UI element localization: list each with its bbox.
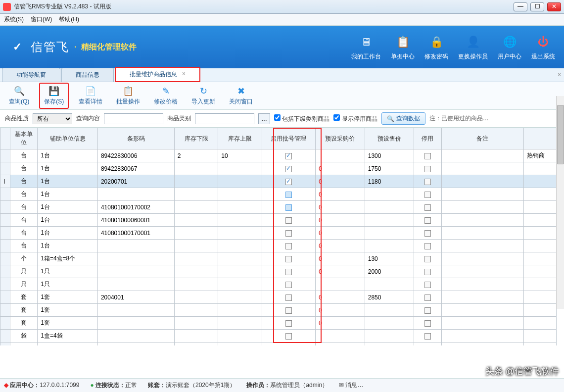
banner-nav-1[interactable]: 📋单据中心 [391,34,415,61]
cell-stock-high[interactable]: 10 [218,149,262,162]
cell-barcode[interactable]: 2004001 [97,291,174,304]
cell-extra[interactable] [523,343,556,346]
cell-extra[interactable] [523,227,556,240]
cell-extra[interactable] [523,201,556,214]
cell-batch-enable[interactable] [262,188,315,201]
cell-batch-enable[interactable] [262,317,315,330]
cell-stock-high[interactable] [218,227,262,240]
col-header[interactable]: 预设售价 [365,128,414,149]
cell-disabled[interactable] [414,227,441,240]
cell-aux-unit[interactable]: 1台 [38,175,98,188]
cell-stock-low[interactable] [174,265,218,278]
cell-disabled[interactable] [414,175,441,188]
cell-barcode[interactable] [97,278,174,291]
cell-aux-unit[interactable]: 1台 [38,240,98,252]
cell-disabled[interactable] [414,265,441,278]
col-header[interactable]: 库存下限 [174,128,218,149]
banner-nav-2[interactable]: 🔒修改密码 [424,34,448,61]
cell-aux-unit[interactable]: 1台 [38,227,98,240]
cell-purchase-price[interactable]: 0 [316,265,365,278]
cell-batch-enable[interactable] [262,149,315,162]
cell-batch-enable[interactable] [262,175,315,188]
cell-barcode[interactable]: 20200701 [97,175,174,188]
cell-purchase-price[interactable] [316,330,365,343]
cell-stock-high[interactable] [218,343,262,346]
cell-stock-low[interactable]: 2 [174,149,218,162]
cell-sale-price[interactable] [365,278,414,291]
cell-extra[interactable]: 热销商 [523,149,556,162]
cell-stock-high[interactable] [218,265,262,278]
cell-sale-price[interactable] [365,304,414,317]
col-header[interactable]: 辅助单位信息 [38,128,98,149]
cell-aux-unit[interactable]: 1套 [38,317,98,330]
cell-unit[interactable]: 台 [10,175,37,188]
tab-goods[interactable]: 商品信息 [61,68,114,82]
toolbar-btn-3[interactable]: 📋批量操作 [112,84,144,108]
cell-barcode[interactable]: 410801000170001 [97,227,174,240]
col-header[interactable]: 预设采购价 [316,128,365,149]
cell-aux-unit[interactable]: 1盒=4袋 [38,330,98,343]
cell-unit[interactable]: 台 [10,214,37,227]
cell-disabled[interactable] [414,252,441,265]
cat-input[interactable] [195,113,254,124]
cell-batch-enable[interactable] [262,240,315,252]
cell-disabled[interactable] [414,188,441,201]
toolbar-btn-0[interactable]: 🔍查询(Q) [5,84,33,108]
cell-note[interactable] [441,240,523,252]
cell-aux-unit[interactable] [38,343,98,346]
col-header[interactable]: 停用 [414,128,441,149]
cell-disabled[interactable] [414,343,441,346]
cell-aux-unit[interactable]: 1台 [38,149,98,162]
tabs-close-icon[interactable]: × [558,71,561,78]
cell-barcode[interactable] [97,240,174,252]
table-row[interactable]: 台1台4108010001700020 [0,201,557,214]
cell-stock-low[interactable] [174,343,218,346]
cell-unit[interactable]: 台 [10,201,37,214]
menu-system[interactable]: 系统(S) [4,15,24,24]
cell-stock-low[interactable] [174,330,218,343]
cell-barcode[interactable] [97,343,174,346]
cell-disabled[interactable] [414,162,441,175]
cell-purchase-price[interactable] [316,278,365,291]
cell-stock-high[interactable] [218,317,262,330]
cell-disabled[interactable] [414,278,441,291]
chk-sub[interactable]: 包括下级类别商品 [274,114,329,123]
toolbar-btn-1[interactable]: 💾保存(S) [39,83,69,109]
cell-note[interactable] [441,252,523,265]
cell-barcode[interactable]: 89422830067 [97,162,174,175]
cell-unit[interactable]: 台 [10,240,37,252]
cell-purchase-price[interactable]: 0 [316,188,365,201]
cell-purchase-price[interactable]: 0 [316,227,365,240]
cell-stock-low[interactable] [174,188,218,201]
table-row[interactable]: 套1套0 [0,304,557,317]
cell-note[interactable] [441,343,523,346]
cell-purchase-price[interactable]: 0 [316,201,365,214]
cell-barcode[interactable] [97,304,174,317]
toolbar-btn-4[interactable]: ✎修改价格 [150,84,182,108]
cell-extra[interactable] [523,214,556,227]
cell-sale-price[interactable]: 130 [365,252,414,265]
cell-barcode[interactable]: 410801000170002 [97,201,174,214]
cell-sale-price[interactable] [365,214,414,227]
cell-barcode[interactable]: 89422830006 [97,149,174,162]
cell-stock-high[interactable] [218,162,262,175]
col-header[interactable]: 条形码 [97,128,174,149]
cell-stock-low[interactable] [174,304,218,317]
cell-disabled[interactable] [414,240,441,252]
cell-note[interactable] [441,214,523,227]
cell-stock-low[interactable] [174,240,218,252]
cell-stock-low[interactable] [174,162,218,175]
cell-unit[interactable]: 套 [10,304,37,317]
cell-extra[interactable] [523,162,556,175]
banner-nav-4[interactable]: 🌐用户中心 [498,34,521,61]
table-row[interactable]: 只1只02000 [0,265,557,278]
table-row[interactable]: 台1台0 [0,188,557,201]
minimize-button[interactable]: — [514,2,527,11]
cell-stock-high[interactable] [218,175,262,188]
cell-purchase-price[interactable]: 0 [316,240,365,252]
cell-stock-low[interactable] [174,291,218,304]
cell-purchase-price[interactable]: 0 [316,317,365,330]
table-row[interactable]: I台1台2020070101180 [0,175,557,188]
cell-aux-unit[interactable]: 1只 [38,278,98,291]
cat-picker-button[interactable]: … [258,113,270,124]
